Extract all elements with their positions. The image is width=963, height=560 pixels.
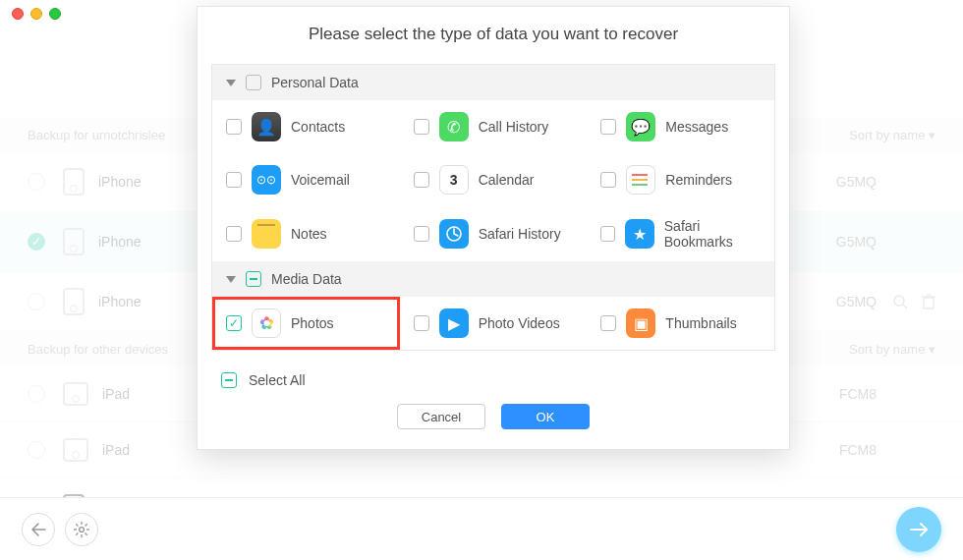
notes-icon — [252, 219, 281, 249]
item-reminders[interactable]: Reminders — [587, 153, 774, 206]
radio-icon[interactable] — [28, 385, 45, 403]
category-label: Media Data — [271, 271, 342, 287]
item-photo-videos[interactable]: ▶ Photo Videos — [400, 297, 588, 350]
checkbox[interactable] — [600, 226, 614, 242]
category-grid-personal: 👤 Contacts ✆ Call History 💬 Messages ⊙⊙ … — [212, 100, 774, 261]
item-label: Notes — [291, 226, 327, 242]
zoom-icon[interactable] — [49, 8, 61, 20]
voicemail-icon: ⊙⊙ — [252, 165, 281, 195]
next-button[interactable] — [896, 507, 941, 552]
item-label: Voicemail — [291, 172, 350, 188]
safari-bookmarks-icon: ★ — [625, 219, 654, 249]
iphone-icon — [63, 288, 85, 315]
minimize-icon[interactable] — [30, 8, 42, 20]
item-contacts[interactable]: 👤 Contacts — [212, 100, 400, 153]
contacts-icon: 👤 — [252, 112, 281, 141]
reminders-icon — [626, 165, 655, 195]
back-button[interactable] — [22, 513, 55, 546]
item-safari-history[interactable]: Safari History — [400, 206, 588, 261]
ipad-icon — [63, 438, 88, 462]
checkbox[interactable] — [600, 119, 616, 135]
photo-videos-icon: ▶ — [439, 308, 469, 338]
sort-dropdown[interactable]: Sort by name ▾ — [849, 128, 935, 142]
item-label: Thumbnails — [665, 315, 736, 331]
item-notes[interactable]: Notes — [212, 206, 400, 261]
safari-history-icon — [439, 219, 469, 249]
checkbox[interactable] — [414, 315, 429, 331]
svg-rect-2 — [924, 298, 934, 308]
item-label: Call History — [479, 119, 549, 135]
checkbox[interactable] — [226, 172, 242, 188]
cancel-button[interactable]: Cancel — [397, 404, 485, 429]
chevron-down-icon — [226, 276, 236, 283]
ok-button[interactable]: OK — [501, 404, 590, 429]
svg-line-10 — [76, 524, 78, 526]
category-label: Personal Data — [271, 75, 359, 90]
select-all-label: Select All — [249, 372, 306, 388]
select-all-row[interactable]: Select All — [198, 361, 789, 398]
sort-dropdown[interactable]: Sort by name ▾ — [849, 342, 935, 357]
radio-icon[interactable] — [28, 233, 45, 251]
checkbox[interactable] — [414, 172, 429, 188]
section-title: Backup for other devices — [28, 342, 168, 357]
item-label: Contacts — [291, 119, 345, 135]
svg-line-13 — [85, 524, 87, 526]
item-call-history[interactable]: ✆ Call History — [400, 100, 588, 153]
close-icon[interactable] — [12, 8, 24, 20]
item-label: Photos — [291, 315, 334, 331]
modal-buttons: Cancel OK — [198, 398, 789, 433]
svg-point-5 — [80, 527, 85, 532]
phone-icon: ✆ — [439, 112, 469, 141]
category-header-personal[interactable]: Personal Data — [212, 65, 774, 100]
photos-icon: ✿ — [252, 308, 281, 338]
svg-line-1 — [903, 305, 907, 308]
svg-line-11 — [85, 532, 87, 534]
checkbox[interactable] — [226, 119, 242, 135]
checkbox[interactable] — [600, 172, 616, 188]
trash-icon[interactable] — [922, 294, 935, 309]
section-title: Backup for urnotchrislee — [28, 128, 165, 142]
radio-icon[interactable] — [28, 173, 45, 191]
item-thumbnails[interactable]: ▣ Thumbnails — [587, 297, 774, 350]
select-all-checkbox[interactable] — [221, 372, 237, 388]
category-grid-media: ✿ Photos ▶ Photo Videos ▣ Thumbnails — [212, 297, 774, 350]
chevron-down-icon — [226, 80, 236, 86]
item-calendar[interactable]: 3 Calendar — [400, 153, 588, 206]
category-checkbox[interactable] — [246, 271, 261, 287]
window-controls — [12, 8, 61, 20]
item-label: Messages — [665, 119, 728, 135]
iphone-icon — [63, 168, 85, 196]
radio-icon[interactable] — [28, 441, 45, 459]
iphone-icon — [63, 228, 85, 255]
category-header-media[interactable]: Media Data — [212, 261, 774, 297]
modal-title: Please select the type of data you want … — [198, 7, 789, 64]
svg-point-0 — [894, 296, 904, 306]
checkbox[interactable] — [226, 315, 242, 331]
item-voicemail[interactable]: ⊙⊙ Voicemail — [212, 153, 400, 206]
radio-icon[interactable] — [28, 293, 45, 310]
item-label: Reminders — [665, 172, 732, 188]
item-label: Calendar — [479, 172, 535, 188]
svg-line-12 — [76, 532, 78, 534]
item-label: Safari History — [479, 226, 561, 242]
item-label: Safari Bookmarks — [664, 218, 761, 250]
item-label: Photo Videos — [479, 315, 560, 331]
category-checkbox[interactable] — [246, 75, 261, 90]
item-messages[interactable]: 💬 Messages — [587, 100, 774, 153]
checkbox[interactable] — [600, 315, 616, 331]
item-safari-bookmarks[interactable]: ★ Safari Bookmarks — [587, 206, 774, 261]
messages-icon: 💬 — [626, 112, 655, 141]
checkbox[interactable] — [414, 226, 429, 242]
thumbnails-icon: ▣ — [626, 308, 655, 338]
calendar-icon: 3 — [439, 165, 469, 195]
bottom-bar — [0, 497, 963, 560]
settings-button[interactable] — [65, 513, 98, 546]
category-table: Personal Data 👤 Contacts ✆ Call History … — [211, 64, 775, 351]
ipad-icon — [63, 382, 88, 406]
search-icon[interactable] — [892, 294, 908, 309]
recover-type-modal: Please select the type of data you want … — [197, 6, 790, 450]
checkbox[interactable] — [414, 119, 429, 135]
item-photos[interactable]: ✿ Photos — [212, 297, 400, 350]
checkbox[interactable] — [226, 226, 242, 242]
